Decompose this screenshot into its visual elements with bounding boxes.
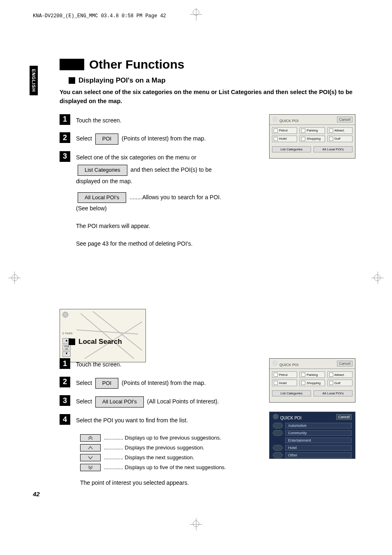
attract-button[interactable]: Attract. [327, 371, 353, 378]
automotive-item[interactable]: Automotive [285, 423, 352, 428]
screenshot-poi-list: QUICK POI Cancel Automotive Community En… [269, 412, 355, 459]
arrow-desc-3: ............. Displays the next suggesti… [104, 454, 194, 461]
hotel-button[interactable]: Hotel [272, 136, 297, 142]
double-up-arrow-icon [88, 436, 93, 440]
hotel-button[interactable]: Hotel [272, 380, 297, 386]
step1b-text: Touch the screen. [76, 358, 224, 370]
step2b-text: Select POI (Points of Interest) from the… [76, 377, 224, 389]
all-local-pois-button[interactable]: All Local POI's [95, 396, 144, 408]
language-tab: ENGLISH [30, 66, 38, 95]
double-down-arrow-button[interactable] [80, 464, 101, 471]
petrol-button[interactable]: Petrol [272, 371, 297, 378]
parking-button[interactable]: Parking [300, 127, 325, 134]
section1-intro: You can select one of the six categories… [60, 88, 355, 106]
step-number-2: 2 [60, 132, 70, 143]
crop-circle-left [12, 274, 18, 281]
poi-button[interactable]: POI [95, 134, 118, 145]
double-down-arrow-icon [88, 465, 93, 470]
double-up-arrow-button[interactable] [80, 434, 101, 442]
crop-circle-bottom [193, 520, 199, 527]
down-arrow-icon[interactable] [273, 445, 283, 451]
cancel-button[interactable]: Cancel [336, 414, 352, 420]
petrol-button[interactable]: Petrol [272, 127, 297, 134]
up-arrow-button[interactable] [80, 444, 101, 451]
arrow-desc-4: ............. Displays up to five of the… [104, 464, 226, 470]
golf-button[interactable]: Golf [327, 380, 353, 386]
step1-text: Touch the screen. [76, 114, 224, 126]
golf-button[interactable]: Golf [327, 136, 353, 142]
down-arrow-button[interactable] [80, 454, 101, 461]
entertainment-item[interactable]: Entertainment [285, 438, 352, 443]
title-decor [60, 59, 84, 70]
step2-text: Select POI (Points of Interest) from the… [76, 132, 224, 145]
print-header: KNA-DV2200_(E)_ENG_MMC 03.4.8 0:58 PM Pa… [33, 13, 166, 19]
step-number-1: 1 [60, 358, 70, 369]
arrow-desc-1: ............. Displays up to five previo… [104, 435, 221, 441]
final-text: The point of interest you selected appea… [80, 479, 355, 486]
page-number: 42 [33, 491, 40, 497]
step4b-text: Select the POI you want to find from the… [76, 414, 224, 426]
parking-button[interactable]: Parking [300, 371, 325, 378]
shopping-button[interactable]: Shopping [300, 136, 325, 142]
main-title: Other Functions [89, 58, 184, 71]
up-arrow-icon [88, 446, 93, 450]
crop-circle-top [193, 9, 199, 16]
section1-subtitle: Displaying POI's on a Map [78, 76, 166, 85]
crop-circle-right [374, 274, 380, 281]
all-local-pois-foot-button[interactable]: All Local POI's [314, 146, 353, 152]
step3-text: Select one of the six categories on the … [76, 151, 224, 249]
step-number-3: 3 [60, 151, 70, 162]
list-categories-foot-button[interactable]: List Categories [272, 390, 311, 396]
double-up-arrow-icon[interactable] [273, 423, 283, 428]
double-down-arrow-icon[interactable] [273, 452, 283, 458]
poi-button[interactable]: POI [95, 378, 118, 389]
other-item[interactable]: Other [285, 452, 352, 458]
screenshot-quick-poi-menu: QUICK POI Cancel Petrol Parking Attract.… [269, 114, 355, 159]
down-arrow-icon [88, 456, 93, 460]
arrow-desc-2: ............. Displays the previous sugg… [104, 444, 204, 451]
list-categories-button[interactable]: List Categories [78, 165, 127, 176]
subtitle-decor [69, 339, 75, 345]
step-number-3: 3 [60, 395, 70, 406]
step-number-4: 4 [60, 414, 70, 425]
all-local-pois-button[interactable]: All Local POI's [78, 192, 126, 203]
shopping-button[interactable]: Shopping [300, 380, 325, 386]
up-arrow-icon[interactable] [273, 430, 283, 436]
attract-button[interactable]: Attract. [327, 127, 353, 134]
subtitle-decor [69, 77, 75, 84]
section2-subtitle: Local Search [78, 338, 122, 346]
hotel-item[interactable]: Hotel [285, 445, 352, 451]
screenshot-quick-poi-menu-2: QUICK POI Cancel Petrol Parking Attract.… [269, 358, 355, 403]
all-local-pois-foot-button[interactable]: All Local POI's [314, 390, 353, 396]
step3b-text: Select All Local POI's (All Local Points… [76, 395, 224, 408]
community-item[interactable]: Community [285, 430, 352, 436]
step-number-2: 2 [60, 377, 70, 387]
cancel-button[interactable]: Cancel [337, 361, 353, 366]
list-categories-foot-button[interactable]: List Categories [272, 146, 311, 152]
step-number-1: 1 [60, 114, 70, 125]
cancel-button[interactable]: Cancel [337, 117, 353, 122]
